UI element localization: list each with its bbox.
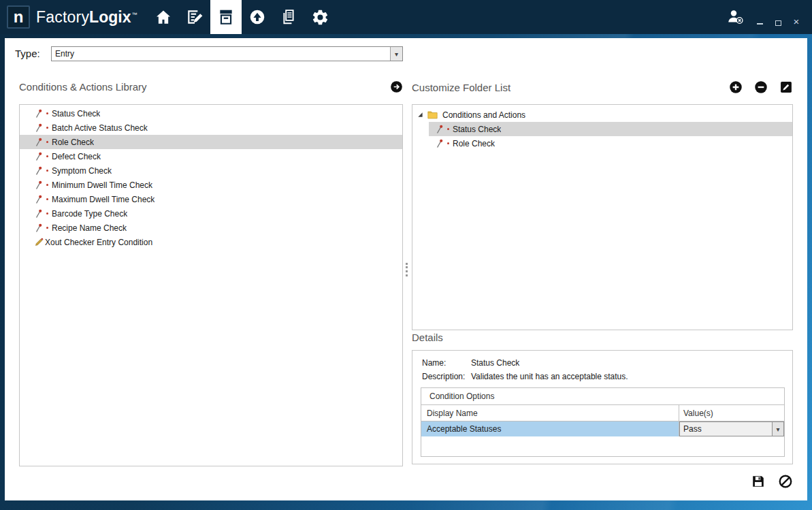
bullet-dot-icon (46, 112, 48, 114)
bullet-dot-icon (447, 142, 449, 144)
add-circle-icon (729, 80, 743, 94)
process-nav-button[interactable] (210, 0, 242, 34)
arrow-right-circle-icon (390, 80, 403, 93)
description-value: Validates the unit has an acceptable sta… (471, 372, 628, 381)
library-item-recipe-name-check[interactable]: Recipe Name Check (20, 221, 402, 235)
remove-button[interactable] (754, 80, 768, 94)
condition-icon (436, 139, 443, 148)
values-header: Value(s) (679, 405, 784, 421)
library-item-label: Minimum Dwell Time Check (52, 180, 152, 190)
navigate-icon (248, 8, 266, 26)
type-select[interactable]: Entry (51, 46, 403, 61)
documents-nav-button[interactable] (273, 0, 304, 34)
user-button[interactable] (726, 8, 744, 25)
minimize-button[interactable] (755, 17, 764, 27)
bottom-actions (412, 474, 793, 489)
bullet-dot-icon (46, 155, 48, 157)
brand-title: FactoryLogix™ (36, 8, 137, 27)
library-item-label: Defect Check (52, 152, 101, 161)
detail-description-row: Description: Validates the unit has an a… (422, 372, 792, 381)
home-icon (155, 8, 172, 26)
library-item-status-check[interactable]: Status Check (20, 106, 402, 121)
option-value-select[interactable]: Pass (679, 421, 784, 436)
options-table-header: Display Name Value(s) (421, 405, 784, 421)
detail-name-row: Name: Status Check (422, 358, 792, 368)
maximize-button[interactable] (773, 17, 783, 27)
conditions-library-list: Status CheckBatch Active Status CheckRol… (19, 104, 403, 466)
library-item-label: Symptom Check (52, 166, 112, 176)
cancel-icon (778, 474, 793, 489)
tree-root-conditions-and-actions[interactable]: Conditions and Actions (412, 108, 792, 122)
library-item-barcode-type-check[interactable]: Barcode Type Check (20, 206, 402, 221)
library-header: Conditions & Actions Library (19, 80, 403, 93)
library-item-maximum-dwell-time-check[interactable]: Maximum Dwell Time Check (20, 192, 402, 206)
type-select-value: Entry (52, 49, 390, 59)
description-label: Description: (422, 372, 471, 381)
cancel-button[interactable] (778, 474, 793, 489)
add-button[interactable] (729, 80, 743, 94)
library-item-symptom-check[interactable]: Symptom Check (20, 163, 402, 178)
condition-icon (35, 209, 42, 219)
option-row-acceptable-statuses[interactable]: Acceptable StatusesPass (421, 421, 784, 436)
edit-button[interactable] (779, 80, 793, 94)
process-icon (217, 8, 235, 26)
library-item-label: Recipe Name Check (52, 223, 127, 233)
documents-icon (280, 8, 297, 26)
option-display-name: Acceptable Statuses (421, 421, 679, 436)
forms-nav-button[interactable] (179, 0, 210, 34)
settings-nav-button[interactable] (304, 0, 336, 34)
condition-icon (436, 125, 443, 134)
tree-root-label: Conditions and Actions (442, 110, 525, 120)
condition-icon (35, 138, 42, 147)
library-item-batch-active-status-check[interactable]: Batch Active Status Check (20, 121, 402, 135)
condition-icon (35, 195, 42, 204)
library-item-label: Batch Active Status Check (52, 123, 148, 133)
tree-item-label: Status Check (453, 125, 501, 134)
condition-options-title: Condition Options (421, 388, 784, 404)
app-window: n FactoryLogix™ × Type: Entry Conditions… (0, 0, 812, 510)
chevron-down-icon[interactable] (390, 47, 402, 61)
bullet-dot-icon (46, 170, 48, 172)
details-title: Details (412, 332, 443, 343)
tree-item-role-check[interactable]: Role Check (429, 136, 792, 150)
condition-options-table: Display Name Value(s) Acceptable Statuse… (421, 404, 784, 436)
library-item-label: Status Check (52, 109, 100, 118)
move-to-folder-button[interactable] (390, 80, 403, 93)
details-panel: Name: Status Check Description: Validate… (412, 350, 793, 464)
chevron-down-icon[interactable] (772, 422, 783, 436)
logo-letter: n (14, 7, 24, 27)
bullet-dot-icon (46, 212, 48, 214)
library-item-minimum-dwell-time-check[interactable]: Minimum Dwell Time Check (20, 178, 402, 192)
library-item-label: Barcode Type Check (52, 209, 127, 219)
edit-icon (779, 80, 793, 94)
tree-item-label: Role Check (453, 139, 495, 148)
main-panel: Type: Entry Conditions & Actions Library… (5, 38, 807, 500)
bullet-dot-icon (46, 184, 48, 186)
folders-header: Customize Folder List (412, 80, 793, 94)
expander-icon[interactable] (417, 112, 423, 118)
navigate-nav-button[interactable] (242, 0, 273, 34)
options-rows: Acceptable StatusesPass (421, 421, 784, 436)
brand-second: Logix (89, 8, 131, 26)
condition-icon (35, 166, 42, 176)
folders-title: Customize Folder List (412, 82, 510, 93)
name-value: Status Check (471, 358, 519, 368)
panel-splitter[interactable] (406, 263, 408, 276)
bullet-dot-icon (46, 227, 48, 229)
library-item-role-check[interactable]: Role Check (20, 135, 402, 149)
option-value-cell: Pass (679, 421, 784, 436)
save-button[interactable] (751, 474, 766, 489)
library-item-defect-check[interactable]: Defect Check (20, 149, 402, 163)
tree-children: Status CheckRole Check (412, 122, 792, 150)
top-bar: n FactoryLogix™ × (0, 0, 812, 34)
folder-toolbar (729, 80, 793, 94)
library-item-xout-checker-entry-condition[interactable]: Xout Checker Entry Condition (20, 235, 402, 249)
tree-item-status-check[interactable]: Status Check (429, 122, 792, 136)
main-navigation (148, 0, 336, 34)
close-button[interactable]: × (792, 17, 801, 27)
home-nav-button[interactable] (148, 0, 179, 34)
forms-icon (186, 8, 204, 26)
remove-circle-icon (754, 80, 768, 94)
library-title: Conditions & Actions Library (19, 81, 147, 93)
maximize-icon (775, 20, 781, 26)
